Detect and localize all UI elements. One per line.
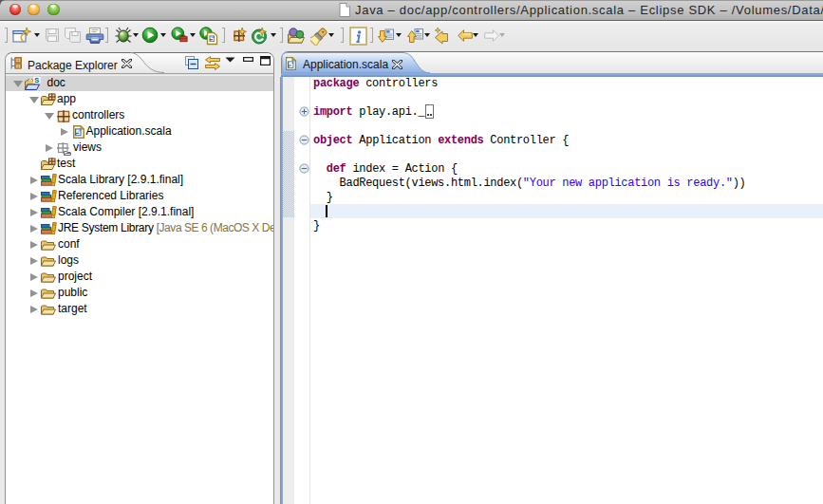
svg-text:S: S (34, 77, 39, 84)
